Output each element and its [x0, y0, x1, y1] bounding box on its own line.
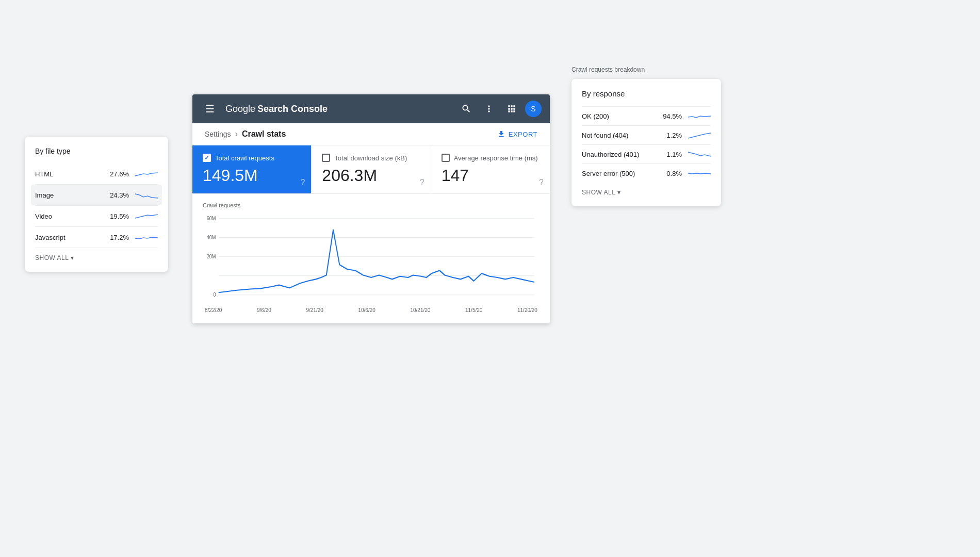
download-info-icon[interactable]: ? — [420, 178, 424, 187]
breakdown-show-all-button[interactable]: SHOW ALL ▾ — [582, 189, 621, 196]
breakdown-row-200[interactable]: OK (200) 94.5% — [582, 106, 711, 125]
breakdown-chart-404 — [688, 130, 711, 140]
stat-card-download[interactable]: Total download size (kB) 206.3M ? — [312, 145, 431, 193]
download-label: Total download size (kB) — [334, 154, 407, 162]
breakdown-name-401: Unauthorized (401) — [582, 151, 666, 158]
breakdown-name-404: Not found (404) — [582, 132, 666, 139]
breakdown-card: By response OK (200) 94.5% Not found (40… — [571, 79, 721, 206]
response-checkbox[interactable] — [442, 154, 450, 162]
response-value: 147 — [442, 166, 540, 185]
file-type-row-html[interactable]: HTML 27.6% — [35, 163, 158, 184]
x-label-6: 11/5/20 — [465, 307, 482, 313]
stat-card-response[interactable]: Average response time (ms) 147 ? — [431, 145, 550, 193]
apps-grid-icon — [507, 104, 517, 114]
breakdown-name-500: Server error (500) — [582, 170, 666, 177]
google-wordmark: Google — [225, 104, 255, 114]
export-label: EXPORT — [509, 130, 537, 138]
chart-container: 60M 40M 20M 0 — [203, 212, 540, 305]
file-type-pct-javascript: 17.2% — [110, 234, 129, 241]
stat-card-crawl-header: ✓ Total crawl requests — [203, 154, 301, 162]
mini-chart-html — [135, 169, 158, 179]
show-all-label: SHOW ALL — [35, 254, 69, 261]
file-type-row-javascript[interactable]: Javascript 17.2% — [35, 227, 158, 248]
crawl-chart: 60M 40M 20M 0 — [203, 212, 540, 305]
crawl-checkbox[interactable]: ✓ — [203, 154, 211, 162]
breakdown-pct-404: 1.2% — [666, 132, 682, 139]
breadcrumb: Settings › Crawl stats — [205, 129, 286, 139]
checkmark-icon: ✓ — [204, 154, 209, 161]
file-type-title: By file type — [35, 147, 158, 155]
export-button[interactable]: EXPORT — [497, 130, 537, 138]
mini-chart-image — [135, 190, 158, 200]
more-options-button[interactable] — [480, 100, 498, 118]
crawl-value: 149.5M — [203, 166, 301, 185]
mini-chart-javascript — [135, 232, 158, 242]
stat-card-download-header: Total download size (kB) — [322, 154, 420, 162]
breadcrumb-settings[interactable]: Settings — [205, 130, 231, 138]
download-icon — [497, 130, 505, 138]
breakdown-row-500[interactable]: Server error (500) 0.8% — [582, 163, 711, 183]
breakdown-show-all-label: SHOW ALL — [582, 189, 615, 196]
file-type-pct-video: 19.5% — [110, 212, 129, 220]
file-type-show-all-button[interactable]: SHOW ALL ▾ — [35, 254, 74, 261]
file-type-row-image[interactable]: Image 24.3% — [31, 185, 162, 205]
x-label-4: 10/6/20 — [358, 307, 375, 313]
breakdown-subtitle: By response — [582, 89, 711, 98]
file-type-name-image: Image — [35, 191, 110, 199]
search-button[interactable] — [457, 100, 476, 118]
hamburger-icon: ☰ — [205, 103, 215, 115]
x-label-1: 8/22/20 — [205, 307, 222, 313]
menu-button[interactable]: ☰ — [201, 100, 219, 118]
breadcrumb-bar: Settings › Crawl stats EXPORT — [192, 123, 550, 145]
main-window: ☰ Google Search Console S — [192, 94, 550, 323]
navbar: ☰ Google Search Console S — [192, 94, 550, 123]
product-name: Search Console — [257, 104, 328, 114]
x-label-7: 11/20/20 — [517, 307, 537, 313]
breakdown-chart-200 — [688, 111, 711, 121]
breadcrumb-current: Crawl stats — [242, 129, 286, 139]
breakdown-chart-401 — [688, 149, 711, 159]
stat-card-crawl[interactable]: ✓ Total crawl requests 149.5M ? — [192, 145, 312, 193]
x-label-5: 10/21/20 — [410, 307, 430, 313]
chevron-down-icon: ▾ — [71, 254, 74, 261]
file-type-row-video[interactable]: Video 19.5% — [35, 206, 158, 226]
breakdown-row-404[interactable]: Not found (404) 1.2% — [582, 125, 711, 144]
avatar[interactable]: S — [525, 101, 542, 117]
file-type-pct-html: 27.6% — [110, 170, 129, 178]
chart-area: Crawl requests 60M 40M 20M 0 8/22/20 — [192, 194, 550, 323]
x-label-3: 9/21/20 — [306, 307, 323, 313]
svg-text:40M: 40M — [207, 234, 216, 240]
svg-text:60M: 60M — [207, 215, 216, 221]
more-vertical-icon — [484, 104, 494, 114]
breakdown-chevron-icon: ▾ — [617, 189, 621, 196]
mini-chart-video — [135, 211, 158, 221]
breakdown-row-401[interactable]: Unauthorized (401) 1.1% — [582, 144, 711, 163]
file-type-pct-image: 24.3% — [110, 191, 129, 199]
chart-y-label: Crawl requests — [203, 202, 540, 208]
download-value: 206.3M — [322, 166, 420, 185]
file-type-card: By file type HTML 27.6% Image 24.3% Vide… — [25, 137, 168, 272]
navbar-icons: S — [457, 100, 542, 118]
response-info-icon[interactable]: ? — [539, 178, 544, 187]
app-logo: Google Search Console — [225, 104, 451, 114]
breakdown-pct-200: 94.5% — [663, 112, 682, 120]
svg-text:20M: 20M — [207, 253, 216, 259]
breakdown-pct-500: 0.8% — [666, 170, 682, 177]
file-type-name-javascript: Javascript — [35, 234, 110, 241]
chart-x-labels: 8/22/20 9/6/20 9/21/20 10/6/20 10/21/20 … — [203, 307, 540, 313]
apps-button[interactable] — [502, 100, 521, 118]
breakdown-pct-401: 1.1% — [666, 151, 682, 158]
breakdown-chart-500 — [688, 168, 711, 178]
breakdown-name-200: OK (200) — [582, 112, 663, 120]
crawl-label: Total crawl requests — [215, 154, 274, 162]
breakdown-outer-title: Crawl requests breakdown — [571, 66, 645, 73]
stat-card-response-header: Average response time (ms) — [442, 154, 540, 162]
svg-text:0: 0 — [213, 292, 216, 298]
file-type-name-video: Video — [35, 212, 110, 220]
crawl-info-icon[interactable]: ? — [300, 178, 305, 187]
x-label-2: 9/6/20 — [257, 307, 271, 313]
stats-row: ✓ Total crawl requests 149.5M ? Total do… — [192, 145, 550, 194]
download-checkbox[interactable] — [322, 154, 330, 162]
breadcrumb-separator: › — [235, 129, 238, 139]
response-label: Average response time (ms) — [454, 154, 538, 162]
